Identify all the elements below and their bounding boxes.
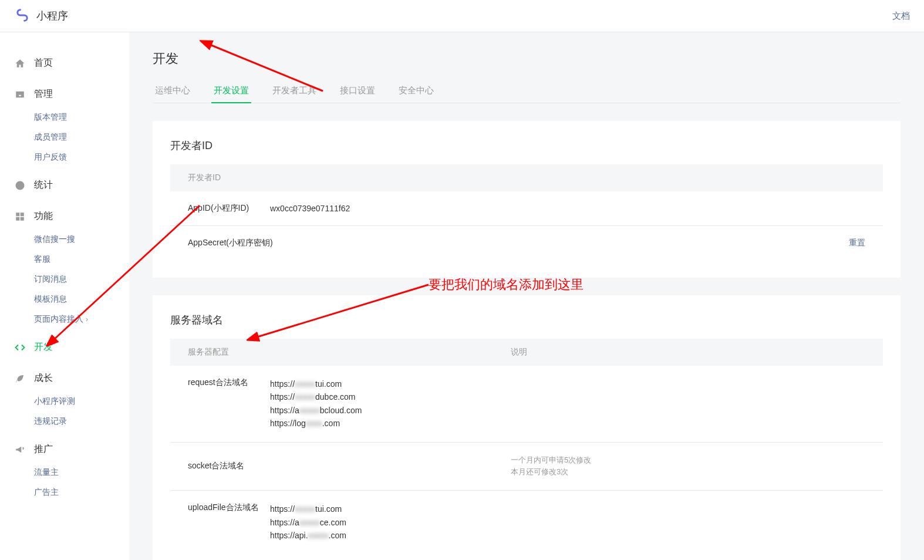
header-col: 开发者ID xyxy=(188,173,221,183)
table-header: 开发者ID xyxy=(170,164,883,191)
socket-label: socket合法域名 xyxy=(188,461,270,471)
upload-domain-row: uploadFile合法域名 https://xxxxxtui.com http… xyxy=(170,491,883,554)
card-title: 开发者ID xyxy=(170,139,883,153)
header-desc: 说明 xyxy=(511,347,865,357)
tabs: 运维中心 开发设置 开发者工具 接口设置 安全中心 xyxy=(153,79,901,103)
quota-note: 一个月内可申请5次修改 本月还可修改3次 xyxy=(511,454,865,479)
megaphone-icon xyxy=(14,444,26,456)
tab-security[interactable]: 安全中心 xyxy=(396,79,436,103)
app-title: 小程序 xyxy=(36,9,68,23)
sidebar-sub-subscribe[interactable]: 订阅消息 xyxy=(0,269,129,289)
card-title: 服务器域名 xyxy=(170,313,883,327)
server-domain-card: 服务器域名 服务器配置 说明 request合法域名 https://xxxxx… xyxy=(153,295,901,560)
appsecret-label: AppSecret(小程序密钥) xyxy=(188,238,273,248)
tab-ops[interactable]: 运维中心 xyxy=(153,79,193,103)
sidebar-item-label: 开发 xyxy=(34,341,53,353)
tab-api-settings[interactable]: 接口设置 xyxy=(338,79,377,103)
tab-dev-settings[interactable]: 开发设置 xyxy=(211,79,251,103)
svg-rect-2 xyxy=(16,217,19,220)
sidebar-sub-traffic[interactable]: 流量主 xyxy=(0,463,129,483)
sidebar-item-label: 功能 xyxy=(34,210,53,222)
sidebar-sub-service[interactable]: 客服 xyxy=(0,249,129,269)
docs-link[interactable]: 文档 xyxy=(892,11,910,22)
code-icon xyxy=(14,342,26,353)
sidebar-item-label: 成长 xyxy=(34,372,53,384)
sidebar-sub-search[interactable]: 微信搜一搜 xyxy=(0,230,129,249)
table-header: 服务器配置 说明 xyxy=(170,339,883,366)
sidebar-item-manage[interactable]: 管理 xyxy=(0,81,129,107)
logo-icon xyxy=(14,7,31,25)
sidebar: 首页 管理 版本管理 成员管理 用户反馈 统计 功能 微信搜一搜 客服 xyxy=(0,32,129,560)
sidebar-sub-review[interactable]: 小程序评测 xyxy=(0,392,129,411)
leaf-icon xyxy=(14,373,26,384)
request-values: https://xxxxxtui.com https://xxxxxdubce.… xyxy=(270,377,362,430)
dev-id-card: 开发者ID 开发者ID AppID(小程序ID) wx0cc0739e07111… xyxy=(153,121,901,278)
request-label: request合法域名 xyxy=(188,377,270,430)
sidebar-item-label: 首页 xyxy=(34,57,53,69)
sidebar-sub-members[interactable]: 成员管理 xyxy=(0,127,129,147)
sidebar-item-home[interactable]: 首页 xyxy=(0,50,129,76)
annotation-text: 要把我们的域名添加到这里 xyxy=(429,276,584,294)
main-content: 开发 运维中心 开发设置 开发者工具 接口设置 安全中心 开发者ID 开发者ID… xyxy=(129,32,924,560)
appid-label: AppID(小程序ID) xyxy=(188,203,270,214)
appsecret-row: AppSecret(小程序密钥) 重置 xyxy=(170,226,883,260)
chevron-right-icon: › xyxy=(86,315,88,323)
appid-value: wx0cc0739e07111f62 xyxy=(270,204,350,213)
socket-domain-row: socket合法域名 一个月内可申请5次修改 本月还可修改3次 xyxy=(170,443,883,491)
top-bar: 小程序 文档 xyxy=(0,0,924,32)
sidebar-sub-version[interactable]: 版本管理 xyxy=(0,107,129,127)
inbox-icon xyxy=(14,89,26,100)
sidebar-item-stats[interactable]: 统计 xyxy=(0,172,129,198)
sidebar-item-dev[interactable]: 开发 xyxy=(0,334,129,360)
tab-dev-tools[interactable]: 开发者工具 xyxy=(270,79,319,103)
sidebar-sub-content[interactable]: 页面内容接入 › xyxy=(0,309,129,329)
svg-rect-0 xyxy=(16,212,19,216)
header-config: 服务器配置 xyxy=(188,347,511,357)
sidebar-sub-feedback[interactable]: 用户反馈 xyxy=(0,147,129,167)
request-domain-row: request合法域名 https://xxxxxtui.com https:/… xyxy=(170,366,883,443)
sidebar-item-label: 管理 xyxy=(34,88,53,100)
sidebar-item-features[interactable]: 功能 xyxy=(0,203,129,230)
sidebar-sub-advertiser[interactable]: 广告主 xyxy=(0,483,129,502)
sidebar-item-promo[interactable]: 推广 xyxy=(0,436,129,463)
logo: 小程序 xyxy=(14,7,68,25)
sidebar-item-growth[interactable]: 成长 xyxy=(0,365,129,392)
sidebar-item-label: 推广 xyxy=(34,443,53,456)
reset-secret-link[interactable]: 重置 xyxy=(849,238,865,248)
home-icon xyxy=(14,58,26,69)
grid-icon xyxy=(14,211,26,222)
sidebar-sub-template[interactable]: 模板消息 xyxy=(0,289,129,309)
pie-icon xyxy=(14,180,26,191)
svg-rect-3 xyxy=(21,217,24,220)
sidebar-sub-violation[interactable]: 违规记录 xyxy=(0,411,129,431)
svg-rect-1 xyxy=(21,212,24,216)
sidebar-item-label: 统计 xyxy=(34,179,53,191)
appid-row: AppID(小程序ID) wx0cc0739e07111f62 xyxy=(170,191,883,226)
upload-label: uploadFile合法域名 xyxy=(188,502,270,542)
upload-values: https://xxxxxtui.com https://axxxxxce.co… xyxy=(270,502,346,542)
page-title: 开发 xyxy=(153,50,901,68)
